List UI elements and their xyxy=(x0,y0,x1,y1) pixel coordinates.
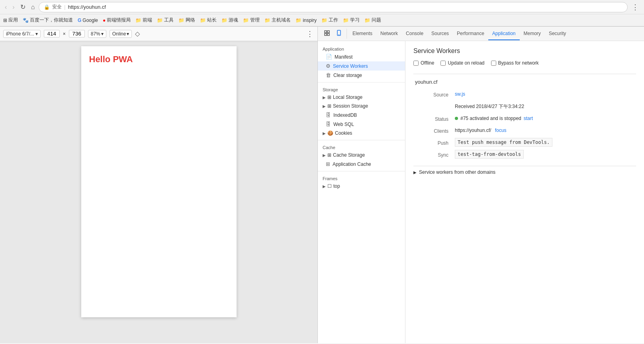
browser-chrome: ‹ › ↻ ⌂ 🔒 安全 | https://youhun.cf ⋮ ⊞ 应用 … xyxy=(0,0,644,27)
home-button[interactable]: ⌂ xyxy=(29,3,37,12)
push-input[interactable]: Test push message from DevTools. xyxy=(455,138,552,147)
folder-icon-8: 📁 xyxy=(296,18,301,23)
sw-options-bar: Offline Update on reload Bypass for netw… xyxy=(413,60,636,66)
sync-value: test-tag-from-devtools xyxy=(455,151,636,157)
offline-label: Offline xyxy=(421,60,434,66)
folder-icon-11: 📁 xyxy=(364,18,370,23)
sync-label: Sync xyxy=(415,151,455,158)
sidebar-item-top[interactable]: ▶ ☐ top xyxy=(318,182,405,191)
bookmarks-bar: ⊞ 应用 🐾 百度一下，你就知道 G Google ● 前端情报局 📁 前端 📁… xyxy=(0,14,644,26)
received-value: Received 2018/4/27 下午3:34:22 xyxy=(455,103,636,110)
phone-frame: Hello PWA xyxy=(81,46,237,317)
offline-checkbox[interactable] xyxy=(413,61,419,66)
status-value: #75 activated and is stopped start xyxy=(455,116,636,121)
svg-rect-3 xyxy=(327,33,329,35)
tab-application[interactable]: Application xyxy=(488,28,520,40)
bookmark-webmaster[interactable]: 📁 站长 xyxy=(200,17,217,24)
tab-network[interactable]: Network xyxy=(376,28,402,40)
sidebar-item-cookies[interactable]: ▶ 🍪 Cookies xyxy=(318,129,405,138)
back-button[interactable]: ‹ xyxy=(3,3,8,12)
refresh-button[interactable]: ↻ xyxy=(19,2,27,12)
bookmark-google[interactable]: G Google xyxy=(78,18,98,23)
sensor-icon[interactable]: ◇ xyxy=(135,30,140,37)
session-storage-icon: ⊞ xyxy=(327,103,331,109)
bookmark-youhun[interactable]: 📁 游魂 xyxy=(221,17,238,24)
bookmark-manage[interactable]: 📁 管理 xyxy=(243,17,260,24)
bookmark-study[interactable]: 📁 学习 xyxy=(343,17,360,24)
network-selector[interactable]: Online ▾ xyxy=(110,30,132,38)
folder-icon-4: 📁 xyxy=(200,18,206,23)
device-tool-button[interactable] xyxy=(334,29,344,39)
device-selector[interactable]: iPhone 6/7/... ▾ xyxy=(3,30,41,38)
sidebar-item-cache-storage[interactable]: ▶ ⊞ Cache Storage xyxy=(318,151,405,159)
bookmark-baidu[interactable]: 🐾 百度一下，你就知道 xyxy=(23,17,73,24)
tab-sources[interactable]: Sources xyxy=(427,28,453,40)
sidebar-item-manifest[interactable]: 📄 Manifest xyxy=(318,52,405,61)
sw-focus-link[interactable]: focus xyxy=(495,128,507,133)
sidebar-item-indexeddb[interactable]: 🗄 IndexedDB xyxy=(318,110,405,120)
other-domains-section[interactable]: ▶ Service workers from other domains xyxy=(413,166,636,178)
devtools-tabs: Elements Network Console Sources Perform… xyxy=(318,27,644,41)
folder-icon-5: 📁 xyxy=(221,18,227,23)
menu-button[interactable]: ⋮ xyxy=(630,2,641,12)
folder-icon-2: 📁 xyxy=(157,18,163,23)
device-dropdown-icon: ▾ xyxy=(35,31,38,37)
update-on-reload-option[interactable]: Update on reload xyxy=(440,60,484,66)
bookmark-tools[interactable]: 📁 工具 xyxy=(157,17,174,24)
bypass-for-network-checkbox[interactable] xyxy=(491,61,496,66)
width-input[interactable] xyxy=(44,30,60,37)
indexeddb-label: IndexedDB xyxy=(333,112,357,118)
tab-performance[interactable]: Performance xyxy=(453,28,488,40)
other-domains-arrow: ▶ xyxy=(413,170,417,175)
tab-security[interactable]: Security xyxy=(545,28,570,40)
forward-button[interactable]: › xyxy=(11,3,16,12)
folder-icon-1: 📁 xyxy=(135,18,141,23)
top-arrow: ▶ xyxy=(323,184,326,189)
svg-rect-0 xyxy=(325,31,327,33)
height-input[interactable] xyxy=(69,30,85,37)
sidebar-item-local-storage[interactable]: ▶ ⊞ Local Storage xyxy=(318,93,405,102)
sidebar-divider-2 xyxy=(318,140,405,140)
google-icon: G xyxy=(78,18,81,23)
clear-storage-label: Clear storage xyxy=(333,73,362,78)
bookmark-qianduan-info[interactable]: ● 前端情报局 xyxy=(103,17,131,24)
tab-console[interactable]: Console xyxy=(402,28,427,40)
sidebar-item-web-sql[interactable]: 🗄 Web SQL xyxy=(318,120,405,129)
toolbar-more-button[interactable]: ⋮ xyxy=(306,29,314,38)
bookmark-network[interactable]: 📁 网络 xyxy=(178,17,195,24)
sidebar-item-service-workers[interactable]: ⚙ Service Workers xyxy=(318,61,405,71)
service-workers-label: Service Workers xyxy=(333,63,368,69)
zoom-selector[interactable]: 87% ▾ xyxy=(88,30,106,38)
devtools-body: Application 📄 Manifest ⚙ Service Workers… xyxy=(318,41,644,343)
bookmark-work[interactable]: 📁 工作 xyxy=(321,17,338,24)
update-on-reload-checkbox[interactable] xyxy=(440,61,446,66)
sw-start-link[interactable]: start xyxy=(524,116,533,121)
sidebar-divider-3 xyxy=(318,171,405,171)
dimension-x: × xyxy=(63,31,66,37)
bookmark-inspiry[interactable]: 📁 inspiry xyxy=(296,18,317,23)
svg-rect-1 xyxy=(327,31,329,33)
bookmark-issues[interactable]: 📁 问题 xyxy=(364,17,381,24)
device-name-label: iPhone 6/7/... xyxy=(6,31,34,37)
offline-option[interactable]: Offline xyxy=(413,60,434,66)
inspect-tool-button[interactable] xyxy=(322,29,332,39)
bookmark-host[interactable]: 📁 主机域名 xyxy=(264,17,291,24)
devtools-icon-bar xyxy=(319,29,347,39)
cookies-icon: 🍪 xyxy=(327,130,333,136)
hello-pwa-text: Hello PWA xyxy=(81,46,237,73)
web-sql-icon: 🗄 xyxy=(326,121,331,127)
address-bar[interactable]: 🔒 安全 | https://youhun.cf xyxy=(39,2,628,12)
sidebar-item-application-cache[interactable]: ⊞ Application Cache xyxy=(318,159,405,169)
bookmark-qianduan[interactable]: 📁 前端 xyxy=(135,17,152,24)
tab-memory[interactable]: Memory xyxy=(520,28,545,40)
manifest-label: Manifest xyxy=(335,54,352,60)
sidebar-item-clear-storage[interactable]: 🗑 Clear storage xyxy=(318,71,405,80)
bypass-for-network-option[interactable]: Bypass for network xyxy=(491,60,539,66)
sync-input[interactable]: test-tag-from-devtools xyxy=(455,150,524,159)
web-sql-label: Web SQL xyxy=(333,122,354,127)
tab-elements[interactable]: Elements xyxy=(348,28,376,40)
sidebar-item-session-storage[interactable]: ▶ ⊞ Session Storage xyxy=(318,102,405,110)
bookmark-apps[interactable]: ⊞ 应用 xyxy=(3,17,18,24)
devtools-sidebar: Application 📄 Manifest ⚙ Service Workers… xyxy=(318,41,405,343)
sw-source-link[interactable]: sw.js xyxy=(455,91,465,97)
